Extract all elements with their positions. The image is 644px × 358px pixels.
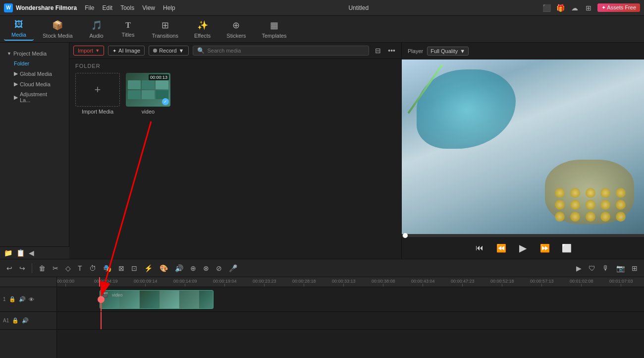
import-media-label: Import Media [82, 109, 113, 115]
rewind-button[interactable]: ⏮ [473, 241, 486, 255]
record-button[interactable]: Record ▼ [149, 46, 188, 56]
tab-titles[interactable]: T Titles [113, 19, 143, 40]
project-media-section: ▼ Project Media Folder ▶ Global Media ▶ … [0, 47, 69, 107]
detach-audio-button[interactable]: ⊗ [201, 263, 212, 273]
audio-tab-label: Audio [89, 33, 103, 39]
video-clip[interactable]: 🎬 video [100, 290, 214, 309]
timeline-ruler[interactable]: 00:00:00 00:00:04:19 00:00:09:14 00:00:1… [57, 277, 644, 287]
menu-tools[interactable]: Tools [120, 4, 134, 11]
mic-button[interactable]: 🎙 [600, 263, 612, 273]
tab-audio[interactable]: 🎵 Audio [82, 18, 111, 41]
video-media-item[interactable]: 00:00:13 ✓ video [126, 73, 170, 115]
stock-tab-icon: 📦 [52, 20, 63, 31]
tab-media[interactable]: 🖼 Media [4, 17, 34, 41]
menu-help[interactable]: Help [163, 4, 175, 11]
timer-button[interactable]: ⏱ [87, 263, 99, 273]
import-media-box[interactable]: + [75, 73, 120, 107]
step-back-button[interactable]: ⏪ [494, 241, 508, 255]
player-label: Player [408, 48, 423, 54]
fullscreen-button[interactable]: ⬜ [560, 241, 574, 255]
play-button[interactable]: ▶ [516, 241, 530, 255]
menu-view[interactable]: View [142, 4, 155, 11]
tab-effects[interactable]: ✨ Effects [187, 18, 217, 41]
cloud-icon[interactable]: ☁ [570, 3, 580, 13]
media-tab-icon: 🖼 [14, 19, 23, 30]
add-item-icon[interactable]: 📋 [16, 249, 25, 257]
volume-icon[interactable]: 🔊 [19, 296, 26, 302]
add-folder-icon[interactable]: 📁 [4, 249, 12, 257]
text-button[interactable]: T [75, 263, 85, 273]
speed-button[interactable]: ⚡ [142, 263, 155, 273]
redo-button[interactable]: ↪ [17, 263, 28, 273]
tab-templates[interactable]: ▦ Templates [255, 18, 293, 41]
video-thumbnail[interactable]: 00:00:13 ✓ [126, 73, 170, 107]
lock-icon[interactable]: 🔒 [9, 296, 16, 302]
import-button[interactable]: Import ▼ [73, 46, 104, 56]
audio-lock-icon[interactable]: 🔒 [12, 317, 19, 324]
stabilize-button[interactable]: ⊕ [188, 263, 199, 273]
menu-edit[interactable]: Edit [102, 4, 112, 11]
audio-enhance-button[interactable]: 🔊 [172, 263, 186, 273]
mosaic-button[interactable]: ⊠ [116, 263, 127, 273]
adjustment-layer-item[interactable]: ▶ Adjustment La... [4, 89, 65, 105]
player-progress-bar[interactable] [402, 234, 644, 237]
gift-icon[interactable]: 🎁 [556, 3, 566, 13]
stickers-tab-icon: ⊕ [232, 20, 240, 31]
toolbar-separator [32, 263, 32, 273]
crop-button[interactable]: ⊡ [129, 263, 140, 273]
content-area: ▼ Project Media Folder ▶ Global Media ▶ … [0, 43, 644, 259]
sidebar: ▼ Project Media Folder ▶ Global Media ▶ … [0, 43, 69, 259]
ai-image-button[interactable]: ✦ AI Image [108, 46, 145, 56]
collapse-icon[interactable]: ◀ [29, 249, 34, 257]
monitor-icon[interactable]: ⬛ [542, 3, 552, 13]
undo-button[interactable]: ↩ [4, 263, 15, 273]
play-all-button[interactable]: ▶ [574, 263, 584, 273]
audio-track-num-label: A1 [3, 318, 9, 323]
topbar-right: ⬛ 🎁 ☁ ⊞ ✦ Assets Free [542, 3, 640, 13]
assets-free-button[interactable]: ✦ Assets Free [597, 3, 640, 12]
step-forward-button[interactable]: ⏩ [538, 241, 552, 255]
playhead-circle [98, 296, 105, 303]
quality-select[interactable]: Full Quality ▼ [427, 47, 469, 56]
tab-stock-media[interactable]: 📦 Stock Media [36, 18, 80, 41]
project-media-header[interactable]: ▼ Project Media [4, 49, 65, 59]
grid-icon[interactable]: ⊞ [584, 3, 593, 13]
media-tab-label: Media [11, 32, 26, 38]
import-media-item[interactable]: + Import Media [75, 73, 120, 115]
sidebar-bottom-toolbar: 📁 📋 ◀ [0, 246, 69, 259]
filter-icon[interactable]: ⊟ [373, 46, 383, 56]
delete-button[interactable]: 🗑 [36, 263, 48, 273]
app-logo: W Wondershare Filmora [4, 3, 77, 12]
expand-arrow-icon: ▶ [14, 70, 18, 77]
topbar: W Wondershare Filmora File Edit Tools Vi… [0, 0, 644, 16]
video-track-controls: 1 🔒 🔊 👁 [0, 287, 56, 312]
search-media-box: 🔍 [193, 46, 370, 56]
audio-volume-icon[interactable]: 🔊 [22, 317, 29, 324]
eye-icon[interactable]: 👁 [29, 297, 34, 302]
cloud-media-item[interactable]: ▶ Cloud Media [4, 79, 65, 89]
shield-button[interactable]: 🛡 [586, 263, 598, 273]
folder-item[interactable]: Folder [4, 59, 65, 68]
zoom-fit-button[interactable]: ⊞ [629, 263, 640, 273]
effect-button[interactable]: 🎭 [101, 263, 114, 273]
more-options-icon[interactable]: ••• [386, 46, 397, 56]
ruler-spacer [0, 277, 56, 287]
keyframe-button[interactable]: ◇ [63, 263, 73, 273]
nav-tabs: 🖼 Media 📦 Stock Media 🎵 Audio T Titles ⊞… [0, 16, 644, 43]
trim-silence-button[interactable]: ⊘ [214, 263, 224, 273]
stock-tab-label: Stock Media [43, 33, 73, 39]
audio-tab-icon: 🎵 [91, 20, 102, 31]
tab-transitions[interactable]: ⊞ Transitions [145, 18, 185, 41]
scrubber-handle[interactable] [403, 233, 408, 238]
video-duration-badge: 00:00:13 [149, 74, 169, 80]
menu-file[interactable]: File [85, 4, 94, 11]
tab-stickers[interactable]: ⊕ Stickers [219, 18, 253, 41]
ai-image-label: AI Image [118, 48, 140, 54]
video-track-row: 🎬 video [57, 287, 644, 312]
voice-enhance-button[interactable]: 🎤 [226, 263, 240, 273]
color-button[interactable]: 🎨 [157, 263, 170, 273]
search-input[interactable] [208, 48, 365, 54]
cut-button[interactable]: ✂ [50, 263, 61, 273]
camera-button[interactable]: 📷 [614, 263, 627, 273]
global-media-item[interactable]: ▶ Global Media [4, 68, 65, 79]
